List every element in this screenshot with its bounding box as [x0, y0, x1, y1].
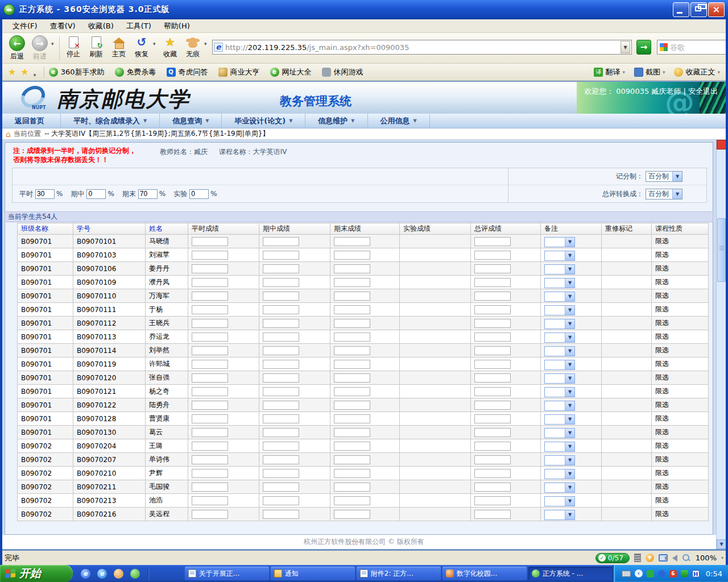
- tray-360-icon[interactable]: 6: [669, 570, 677, 577]
- usual-score-input[interactable]: [192, 278, 228, 287]
- remark-select[interactable]: ▼: [544, 401, 575, 411]
- remark-select[interactable]: ▼: [544, 496, 575, 506]
- task-notice-folder[interactable]: 通知: [271, 567, 355, 580]
- final-score-input[interactable]: [334, 414, 370, 423]
- bookmark-casual-games[interactable]: 休闲游戏: [322, 67, 363, 77]
- final-score-input[interactable]: [334, 483, 370, 492]
- remark-select[interactable]: ▼: [544, 305, 575, 315]
- remark-select[interactable]: ▼: [544, 332, 575, 343]
- usual-score-input[interactable]: [192, 401, 228, 410]
- remark-select[interactable]: ▼: [544, 251, 575, 261]
- close-button[interactable]: ×: [708, 2, 725, 17]
- total-score-input[interactable]: [474, 414, 511, 423]
- final-score-input[interactable]: [334, 373, 370, 383]
- menu-view[interactable]: 查看(V): [44, 19, 81, 33]
- total-score-input[interactable]: [474, 428, 511, 437]
- midterm-score-input[interactable]: [263, 496, 299, 505]
- final-score-input[interactable]: [334, 510, 370, 519]
- midterm-score-input[interactable]: [263, 483, 299, 492]
- final-score-input[interactable]: [334, 387, 370, 396]
- lab-weight-input[interactable]: [189, 189, 209, 199]
- zoom-icon[interactable]: [682, 554, 691, 563]
- final-score-input[interactable]: [334, 401, 370, 410]
- midterm-score-input[interactable]: [263, 319, 299, 328]
- favorite-button[interactable]: ★ 收藏: [159, 35, 181, 59]
- incognito-button[interactable]: 无痕: [181, 35, 204, 59]
- final-score-input[interactable]: [334, 428, 370, 437]
- remark-select[interactable]: ▼: [544, 414, 575, 425]
- google-engine-icon[interactable]: [660, 43, 668, 51]
- total-score-input[interactable]: [474, 319, 511, 328]
- back-button[interactable]: ← 后退: [6, 35, 28, 61]
- home-button[interactable]: 主页: [107, 35, 130, 59]
- total-score-input[interactable]: [474, 483, 511, 492]
- screenshot-tool-button[interactable]: 截图 ▾: [634, 67, 665, 77]
- 360-quicklaunch-icon[interactable]: [130, 569, 140, 579]
- final-score-input[interactable]: [334, 319, 370, 328]
- minimize-button[interactable]: [673, 2, 689, 17]
- final-score-input[interactable]: [334, 264, 370, 273]
- final-score-input[interactable]: [334, 469, 370, 478]
- scroll-up-button[interactable]: [717, 140, 726, 149]
- usual-score-input[interactable]: [192, 483, 228, 492]
- usual-score-input[interactable]: [192, 469, 228, 478]
- midterm-score-input[interactable]: [263, 360, 299, 369]
- total-score-input[interactable]: [474, 292, 511, 301]
- total-score-input[interactable]: [474, 264, 511, 273]
- remark-select[interactable]: ▼: [544, 442, 575, 452]
- usual-score-input[interactable]: [192, 496, 228, 505]
- remark-select[interactable]: ▼: [544, 455, 575, 465]
- task-word-doc-2[interactable]: 附件2: 正方...: [357, 567, 441, 580]
- address-dropdown-icon[interactable]: ▼: [621, 41, 630, 53]
- total-score-input[interactable]: [474, 469, 511, 478]
- usual-score-input[interactable]: [192, 305, 228, 314]
- bookmark-qihu-qa[interactable]: Q 奇虎问答: [167, 67, 208, 77]
- usual-score-input[interactable]: [192, 387, 228, 396]
- midterm-score-input[interactable]: [263, 305, 299, 314]
- ie-quicklaunch-icon[interactable]: e: [81, 569, 90, 579]
- usual-score-input[interactable]: [192, 251, 228, 260]
- stop-button[interactable]: × 停止: [62, 35, 85, 59]
- final-score-input[interactable]: [334, 360, 370, 369]
- midterm-score-input[interactable]: [263, 292, 299, 301]
- remark-select[interactable]: ▼: [544, 428, 575, 438]
- midterm-score-input[interactable]: [263, 346, 299, 355]
- total-score-input[interactable]: [474, 251, 511, 260]
- nav-grade-entry[interactable]: 平时、综合成绩录入▼: [61, 114, 160, 128]
- header-class-name[interactable]: 班级名称: [18, 223, 73, 235]
- tray-input-method-icon[interactable]: H: [692, 570, 700, 577]
- final-score-input[interactable]: [334, 278, 370, 287]
- favorites-star-icon[interactable]: ★: [8, 66, 16, 77]
- remark-select[interactable]: ▼: [544, 346, 575, 356]
- favorites-dropdown-icon[interactable]: ▾: [34, 72, 39, 78]
- usual-score-input[interactable]: [192, 428, 228, 437]
- task-word-doc-1[interactable]: 关于开展正...: [185, 567, 269, 580]
- start-button[interactable]: 开始: [0, 565, 73, 582]
- remark-select[interactable]: ▼: [544, 264, 575, 275]
- bookmark-site-directory[interactable]: e 网址大全: [270, 67, 312, 77]
- midterm-score-input[interactable]: [263, 237, 299, 246]
- nav-info-maintain[interactable]: 信息维护▼: [305, 114, 367, 128]
- bookmark-business-tycoon[interactable]: 商业大亨: [218, 67, 260, 77]
- remark-select[interactable]: ▼: [544, 319, 575, 329]
- final-score-input[interactable]: [334, 455, 370, 464]
- midterm-score-input[interactable]: [263, 414, 299, 423]
- total-score-input[interactable]: [474, 332, 511, 342]
- zoom-dropdown-icon[interactable]: ▾: [721, 555, 723, 560]
- total-score-input[interactable]: [474, 401, 511, 410]
- usual-score-input[interactable]: [192, 455, 228, 464]
- final-score-input[interactable]: [334, 237, 370, 246]
- incognito-dropdown-icon[interactable]: ▾: [204, 41, 210, 47]
- total-score-input[interactable]: [474, 455, 511, 464]
- address-bar[interactable]: e http://202.119.225.35/js_main.aspx?xh=…: [212, 40, 632, 55]
- final-score-input[interactable]: [334, 332, 370, 342]
- remark-select[interactable]: ▼: [544, 373, 575, 384]
- remark-select[interactable]: ▼: [544, 360, 575, 370]
- proxy-server-icon[interactable]: [634, 554, 641, 562]
- midterm-score-input[interactable]: [263, 469, 299, 478]
- tray-antivirus-icon[interactable]: [647, 570, 654, 577]
- midterm-score-input[interactable]: [263, 332, 299, 342]
- download-icon[interactable]: ▼: [646, 554, 654, 562]
- final-score-input[interactable]: [334, 346, 370, 355]
- midterm-weight-input[interactable]: [86, 189, 106, 199]
